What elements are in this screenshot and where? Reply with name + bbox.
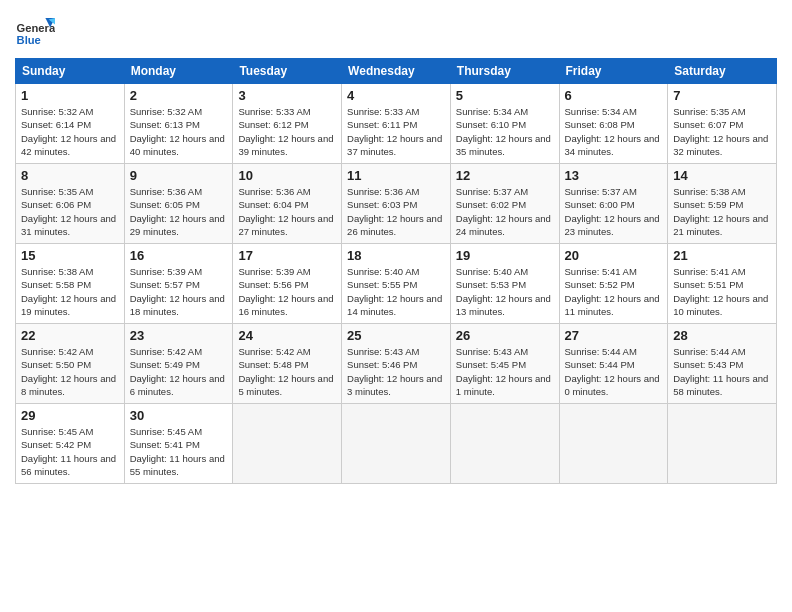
col-friday: Friday (559, 59, 668, 84)
calendar-cell: 21 Sunrise: 5:41 AM Sunset: 5:51 PM Dayl… (668, 244, 777, 324)
day-number: 18 (347, 248, 445, 263)
col-monday: Monday (124, 59, 233, 84)
day-number: 28 (673, 328, 771, 343)
calendar-cell (450, 404, 559, 484)
day-info: Sunrise: 5:35 AM Sunset: 6:06 PM Dayligh… (21, 185, 119, 238)
day-info: Sunrise: 5:42 AM Sunset: 5:49 PM Dayligh… (130, 345, 228, 398)
calendar-cell: 22 Sunrise: 5:42 AM Sunset: 5:50 PM Dayl… (16, 324, 125, 404)
day-info: Sunrise: 5:44 AM Sunset: 5:43 PM Dayligh… (673, 345, 771, 398)
day-info: Sunrise: 5:41 AM Sunset: 5:52 PM Dayligh… (565, 265, 663, 318)
calendar-cell: 30 Sunrise: 5:45 AM Sunset: 5:41 PM Dayl… (124, 404, 233, 484)
calendar-cell: 5 Sunrise: 5:34 AM Sunset: 6:10 PM Dayli… (450, 84, 559, 164)
calendar-cell: 23 Sunrise: 5:42 AM Sunset: 5:49 PM Dayl… (124, 324, 233, 404)
day-number: 6 (565, 88, 663, 103)
col-sunday: Sunday (16, 59, 125, 84)
day-info: Sunrise: 5:44 AM Sunset: 5:44 PM Dayligh… (565, 345, 663, 398)
calendar-cell: 4 Sunrise: 5:33 AM Sunset: 6:11 PM Dayli… (342, 84, 451, 164)
calendar-cell: 3 Sunrise: 5:33 AM Sunset: 6:12 PM Dayli… (233, 84, 342, 164)
day-info: Sunrise: 5:34 AM Sunset: 6:08 PM Dayligh… (565, 105, 663, 158)
day-info: Sunrise: 5:37 AM Sunset: 6:00 PM Dayligh… (565, 185, 663, 238)
day-info: Sunrise: 5:35 AM Sunset: 6:07 PM Dayligh… (673, 105, 771, 158)
day-info: Sunrise: 5:38 AM Sunset: 5:58 PM Dayligh… (21, 265, 119, 318)
day-info: Sunrise: 5:41 AM Sunset: 5:51 PM Dayligh… (673, 265, 771, 318)
header-row: Sunday Monday Tuesday Wednesday Thursday… (16, 59, 777, 84)
calendar-cell: 14 Sunrise: 5:38 AM Sunset: 5:59 PM Dayl… (668, 164, 777, 244)
svg-text:Blue: Blue (17, 34, 41, 46)
day-number: 2 (130, 88, 228, 103)
day-number: 16 (130, 248, 228, 263)
logo: General Blue (15, 10, 59, 50)
calendar-cell: 18 Sunrise: 5:40 AM Sunset: 5:55 PM Dayl… (342, 244, 451, 324)
day-number: 26 (456, 328, 554, 343)
day-number: 24 (238, 328, 336, 343)
col-saturday: Saturday (668, 59, 777, 84)
day-number: 19 (456, 248, 554, 263)
calendar-cell: 20 Sunrise: 5:41 AM Sunset: 5:52 PM Dayl… (559, 244, 668, 324)
calendar-cell: 2 Sunrise: 5:32 AM Sunset: 6:13 PM Dayli… (124, 84, 233, 164)
calendar-week-5: 29 Sunrise: 5:45 AM Sunset: 5:42 PM Dayl… (16, 404, 777, 484)
day-info: Sunrise: 5:39 AM Sunset: 5:57 PM Dayligh… (130, 265, 228, 318)
day-info: Sunrise: 5:36 AM Sunset: 6:04 PM Dayligh… (238, 185, 336, 238)
calendar-week-2: 8 Sunrise: 5:35 AM Sunset: 6:06 PM Dayli… (16, 164, 777, 244)
calendar-cell: 8 Sunrise: 5:35 AM Sunset: 6:06 PM Dayli… (16, 164, 125, 244)
day-info: Sunrise: 5:37 AM Sunset: 6:02 PM Dayligh… (456, 185, 554, 238)
calendar-cell: 17 Sunrise: 5:39 AM Sunset: 5:56 PM Dayl… (233, 244, 342, 324)
calendar-cell: 13 Sunrise: 5:37 AM Sunset: 6:00 PM Dayl… (559, 164, 668, 244)
col-wednesday: Wednesday (342, 59, 451, 84)
calendar-cell: 28 Sunrise: 5:44 AM Sunset: 5:43 PM Dayl… (668, 324, 777, 404)
day-info: Sunrise: 5:40 AM Sunset: 5:55 PM Dayligh… (347, 265, 445, 318)
calendar-week-1: 1 Sunrise: 5:32 AM Sunset: 6:14 PM Dayli… (16, 84, 777, 164)
day-number: 17 (238, 248, 336, 263)
calendar-cell: 1 Sunrise: 5:32 AM Sunset: 6:14 PM Dayli… (16, 84, 125, 164)
day-info: Sunrise: 5:40 AM Sunset: 5:53 PM Dayligh… (456, 265, 554, 318)
day-number: 25 (347, 328, 445, 343)
calendar-cell: 16 Sunrise: 5:39 AM Sunset: 5:57 PM Dayl… (124, 244, 233, 324)
calendar-cell: 26 Sunrise: 5:43 AM Sunset: 5:45 PM Dayl… (450, 324, 559, 404)
page-container: General Blue Sunday Monday Tuesday Wedne… (0, 0, 792, 494)
calendar-cell: 27 Sunrise: 5:44 AM Sunset: 5:44 PM Dayl… (559, 324, 668, 404)
calendar-cell (559, 404, 668, 484)
calendar-cell: 10 Sunrise: 5:36 AM Sunset: 6:04 PM Dayl… (233, 164, 342, 244)
day-info: Sunrise: 5:45 AM Sunset: 5:41 PM Dayligh… (130, 425, 228, 478)
calendar-cell: 7 Sunrise: 5:35 AM Sunset: 6:07 PM Dayli… (668, 84, 777, 164)
col-thursday: Thursday (450, 59, 559, 84)
calendar-week-4: 22 Sunrise: 5:42 AM Sunset: 5:50 PM Dayl… (16, 324, 777, 404)
day-number: 15 (21, 248, 119, 263)
calendar-cell: 24 Sunrise: 5:42 AM Sunset: 5:48 PM Dayl… (233, 324, 342, 404)
calendar-week-3: 15 Sunrise: 5:38 AM Sunset: 5:58 PM Dayl… (16, 244, 777, 324)
day-number: 22 (21, 328, 119, 343)
day-info: Sunrise: 5:33 AM Sunset: 6:11 PM Dayligh… (347, 105, 445, 158)
calendar-cell (668, 404, 777, 484)
header: General Blue (15, 10, 777, 50)
day-number: 11 (347, 168, 445, 183)
calendar-cell: 6 Sunrise: 5:34 AM Sunset: 6:08 PM Dayli… (559, 84, 668, 164)
day-info: Sunrise: 5:45 AM Sunset: 5:42 PM Dayligh… (21, 425, 119, 478)
day-number: 3 (238, 88, 336, 103)
calendar-table: Sunday Monday Tuesday Wednesday Thursday… (15, 58, 777, 484)
calendar-cell (233, 404, 342, 484)
day-info: Sunrise: 5:34 AM Sunset: 6:10 PM Dayligh… (456, 105, 554, 158)
day-info: Sunrise: 5:38 AM Sunset: 5:59 PM Dayligh… (673, 185, 771, 238)
day-number: 10 (238, 168, 336, 183)
calendar-cell: 11 Sunrise: 5:36 AM Sunset: 6:03 PM Dayl… (342, 164, 451, 244)
day-info: Sunrise: 5:43 AM Sunset: 5:46 PM Dayligh… (347, 345, 445, 398)
day-number: 5 (456, 88, 554, 103)
day-info: Sunrise: 5:32 AM Sunset: 6:14 PM Dayligh… (21, 105, 119, 158)
day-info: Sunrise: 5:42 AM Sunset: 5:50 PM Dayligh… (21, 345, 119, 398)
day-number: 21 (673, 248, 771, 263)
day-number: 8 (21, 168, 119, 183)
day-number: 20 (565, 248, 663, 263)
day-info: Sunrise: 5:36 AM Sunset: 6:05 PM Dayligh… (130, 185, 228, 238)
calendar-cell (342, 404, 451, 484)
calendar-cell: 19 Sunrise: 5:40 AM Sunset: 5:53 PM Dayl… (450, 244, 559, 324)
day-number: 4 (347, 88, 445, 103)
day-info: Sunrise: 5:36 AM Sunset: 6:03 PM Dayligh… (347, 185, 445, 238)
calendar-cell: 12 Sunrise: 5:37 AM Sunset: 6:02 PM Dayl… (450, 164, 559, 244)
logo-icon: General Blue (15, 10, 55, 50)
day-number: 12 (456, 168, 554, 183)
day-number: 1 (21, 88, 119, 103)
day-info: Sunrise: 5:42 AM Sunset: 5:48 PM Dayligh… (238, 345, 336, 398)
day-info: Sunrise: 5:39 AM Sunset: 5:56 PM Dayligh… (238, 265, 336, 318)
calendar-cell: 29 Sunrise: 5:45 AM Sunset: 5:42 PM Dayl… (16, 404, 125, 484)
day-number: 9 (130, 168, 228, 183)
